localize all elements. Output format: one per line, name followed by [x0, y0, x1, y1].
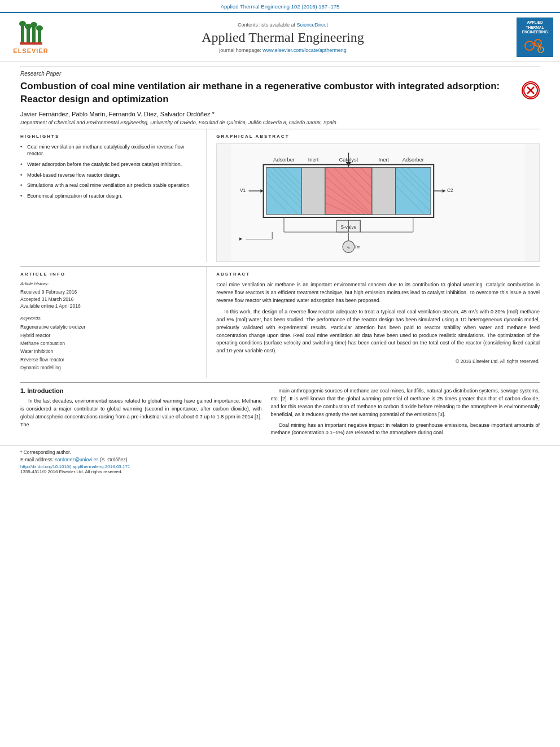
article-keywords: Keywords: Regenerative catalytic oxidize…	[20, 316, 198, 372]
svg-rect-19	[301, 167, 325, 214]
contents-line: Contents lists available at ScienceDirec…	[55, 22, 511, 28]
abstract-col: ABSTRACT Coal mine ventilation air metha…	[207, 267, 540, 378]
svg-text:C2: C2	[447, 187, 453, 193]
svg-rect-21	[372, 167, 396, 214]
reactor-diagram: Adsorber Inert Catalyst Inert Adsorber	[217, 144, 539, 261]
journal-header: ELSEVIER Contents lists available at Sci…	[0, 12, 560, 62]
keyword-3: Methane combustion	[20, 339, 198, 347]
body-right-para-1: main anthropogenic sources of methane ar…	[271, 387, 540, 419]
doi-rights: 1359-4311/© 2016 Elsevier Ltd. All right…	[20, 469, 540, 474]
body-right-col: main anthropogenic sources of methane ar…	[270, 387, 540, 440]
info-abstract-section: ARTICLE INFO Article history: Received 9…	[20, 267, 540, 378]
article-type: Research Paper	[20, 67, 540, 77]
abstract-para-2: In this work, the design of a reverse fl…	[216, 308, 540, 356]
authors: Javier Fernández, Pablo Marín, Fernando …	[20, 111, 540, 117]
abstract-para-1: Coal mine ventilation air methane is an …	[216, 281, 540, 305]
journal-center-info: Contents lists available at ScienceDirec…	[55, 22, 511, 53]
abstract-header: ABSTRACT	[216, 272, 540, 277]
svg-rect-1	[27, 28, 30, 43]
body-right-para-2: Coal mining has an important negative im…	[271, 422, 540, 438]
keyword-1: Regenerative catalytic oxidizer	[20, 323, 198, 331]
affiliation: Department of Chemical and Environmental…	[20, 120, 540, 125]
article-info-header: ARTICLE INFO	[20, 272, 198, 277]
svg-text:Tm: Tm	[355, 244, 361, 250]
keyword-5: Reverse flow reactor	[20, 356, 198, 364]
svg-text:V1: V1	[240, 187, 246, 193]
svg-text:Inert: Inert	[379, 157, 390, 163]
journal-homepage: journal homepage: www.elsevier.com/locat…	[55, 47, 511, 53]
svg-point-4	[19, 21, 26, 27]
article-title: Combustion of coal mine ventilation air …	[20, 80, 540, 106]
keyword-6: Dynamic modelling	[20, 364, 198, 372]
article-body: Research Paper Combustion of coal mine v…	[0, 62, 560, 440]
abstract-copyright: © 2016 Elsevier Ltd. All rights reserved…	[216, 359, 540, 364]
journal-title: Applied Thermal Engineering	[55, 30, 511, 45]
svg-rect-8	[20, 42, 42, 45]
abstract-text: Coal mine ventilation air methane is an …	[216, 281, 540, 355]
crossmark-svg	[523, 82, 539, 98]
keywords-label: Keywords:	[20, 316, 198, 321]
doi-link-1: http://dx.doi.org/10.1016/j.applthermale…	[20, 464, 540, 469]
svg-rect-0	[21, 24, 24, 43]
available-date: Available online 1 April 2016	[20, 303, 198, 310]
graphical-abstract-image: Adsorber Inert Catalyst Inert Adsorber	[216, 143, 540, 262]
accepted-date: Accepted 31 March 2016	[20, 296, 198, 303]
body-right-text: main anthropogenic sources of methane ar…	[271, 387, 540, 438]
graphical-abstract-col: GRAPHICAL ABSTRACT	[207, 129, 540, 262]
keywords-list: Regenerative catalytic oxidizer Hybrid r…	[20, 323, 198, 372]
elsevier-logo: ELSEVIER	[7, 21, 55, 54]
body-left-col: 1. Introduction In the last decades, env…	[20, 387, 270, 440]
svg-text:Adsorber: Adsorber	[403, 157, 424, 163]
highlights-graphical-section: HIGHLIGHTS Coal mine ventilation air met…	[20, 129, 540, 262]
svg-text:Adsorber: Adsorber	[273, 157, 295, 163]
homepage-url[interactable]: www.elsevier.com/locate/apthermeng	[262, 47, 347, 53]
body-left-text: In the last decades, environmental issue…	[20, 397, 262, 429]
highlights-col: HIGHLIGHTS Coal mine ventilation air met…	[20, 129, 207, 262]
elsevier-text: ELSEVIER	[13, 47, 48, 54]
highlight-item-5: Economical optimization of reactor desig…	[20, 193, 198, 200]
journal-link: Applied Thermal Engineering 102 (2016) 1…	[0, 0, 560, 12]
elsevier-tree-icon	[15, 21, 46, 46]
sciencedirect-link[interactable]: ScienceDirect	[297, 22, 329, 28]
email-suffix: (S. Ordóñez).	[100, 457, 129, 462]
svg-rect-3	[38, 29, 41, 43]
svg-rect-2	[32, 25, 36, 43]
svg-text:Inert: Inert	[308, 157, 319, 163]
journal-logo-graphic	[524, 37, 546, 54]
highlights-header: HIGHLIGHTS	[20, 134, 198, 139]
highlight-item-3: Model-based reverse flow reactor design.	[20, 172, 198, 179]
highlight-item-2: Water adsorption before the catalytic be…	[20, 161, 198, 168]
crossmark	[522, 81, 540, 99]
corresponding-author-note: * Corresponding author.	[20, 449, 540, 455]
body-left-para-1: In the last decades, environmental issue…	[20, 397, 262, 429]
journal-reference: Applied Thermal Engineering 102 (2016) 1…	[221, 3, 340, 10]
main-body: 1. Introduction In the last decades, env…	[20, 382, 540, 440]
journal-logo-box: APPLIEDTHERMALENGINEERING	[517, 18, 553, 57]
article-info-col: ARTICLE INFO Article history: Received 9…	[20, 267, 207, 378]
crossmark-icon	[522, 81, 540, 99]
author-email[interactable]: sordonez@uniovi.es	[55, 457, 98, 462]
page-footer: * Corresponding author. E-mail address: …	[0, 445, 560, 478]
journal-right-logo: APPLIEDTHERMALENGINEERING	[511, 18, 553, 57]
graphical-abstract-header: GRAPHICAL ABSTRACT	[216, 134, 540, 139]
svg-rect-22	[396, 167, 431, 214]
highlight-item-1: Coal mine ventilation air methane cataly…	[20, 143, 198, 158]
svg-point-6	[30, 22, 37, 28]
svg-point-7	[36, 25, 43, 31]
highlight-item-4: Simulations with a real coal mine ventil…	[20, 182, 198, 189]
svg-text:∿: ∿	[347, 244, 351, 250]
section1-title: 1. Introduction	[20, 387, 262, 394]
article-history: Article history: Received 9 February 201…	[20, 281, 198, 310]
email-note: E-mail address: sordonez@uniovi.es (S. O…	[20, 457, 540, 462]
received-date: Received 9 February 2016	[20, 289, 198, 296]
highlights-list: Coal mine ventilation air methane cataly…	[20, 143, 198, 200]
keyword-2: Hybrid reactor	[20, 331, 198, 339]
keyword-4: Water inhibition	[20, 347, 198, 355]
history-label: Article history:	[20, 281, 198, 286]
right-logo-text: APPLIEDTHERMALENGINEERING	[522, 20, 548, 34]
